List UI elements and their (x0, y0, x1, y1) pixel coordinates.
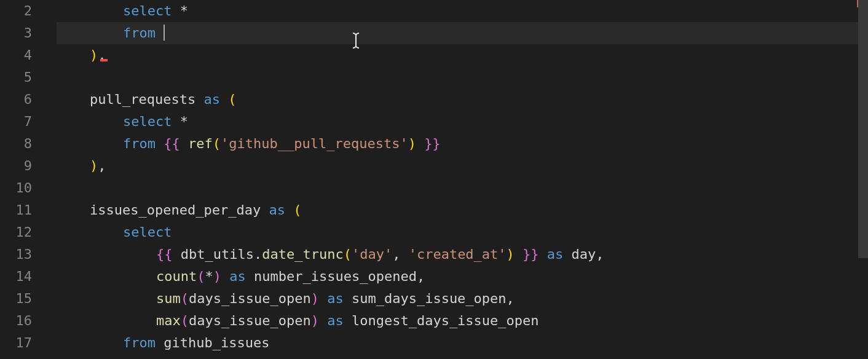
line-number: 2 (0, 0, 44, 22)
open-paren: ( (293, 202, 301, 218)
line-number: 14 (0, 266, 44, 288)
jinja-open: {{ (156, 247, 173, 262)
keyword-as: as (203, 92, 220, 107)
comma: , (596, 247, 604, 262)
line-number-gutter: 2 3 4 5 6 7 8 9 10 11 12 13 14 15 16 17 (0, 0, 44, 359)
code-line[interactable]: {{ dbt_utils.date_trunc('day', 'created_… (57, 243, 868, 266)
keyword-select: select (123, 224, 172, 240)
line-number: 9 (0, 155, 44, 177)
identifier: day (572, 247, 596, 262)
open-paren: ( (228, 92, 236, 107)
string: 'day' (352, 247, 392, 262)
error-squiggle (100, 59, 108, 61)
open-paren: ( (181, 313, 189, 328)
code-line[interactable]: max(days_issue_open) as longest_days_iss… (57, 310, 868, 332)
string: 'github__pull_requests' (221, 136, 408, 151)
code-line[interactable]: issues_opened_per_day as ( (57, 199, 868, 221)
code-line[interactable]: select * (57, 111, 868, 133)
line-number: 10 (0, 177, 44, 199)
keyword-as: as (229, 269, 246, 284)
keyword-from: from (123, 25, 156, 41)
code-editor[interactable]: 2 3 4 5 6 7 8 9 10 11 12 13 14 15 16 17 … (0, 0, 868, 359)
text-cursor (164, 25, 165, 41)
star: * (205, 269, 213, 284)
line-number: 6 (0, 89, 44, 111)
close-paren: ) (507, 247, 515, 262)
comma: , (507, 291, 515, 306)
close-paren: ) (408, 136, 416, 151)
keyword-from: from (123, 136, 156, 151)
code-line[interactable]: from github_issues (57, 332, 868, 354)
open-paren: ( (213, 136, 221, 151)
comma: , (98, 158, 106, 173)
code-line[interactable]: from {{ ref('github__pull_requests') }} (57, 133, 868, 155)
line-number: 7 (0, 111, 44, 133)
fn-max: max (156, 313, 181, 328)
identifier: issues_opened_per_day (90, 202, 261, 218)
code-line[interactable]: ), (57, 155, 868, 177)
identifier: pull_requests (90, 92, 195, 107)
code-line[interactable]: select (57, 221, 868, 243)
open-paren: ( (181, 291, 189, 306)
fn-sum: sum (156, 291, 181, 306)
code-line[interactable] (57, 66, 868, 89)
code-line-current[interactable]: from (57, 22, 868, 44)
open-paren: ( (344, 247, 352, 262)
string: 'created_at' (409, 247, 507, 262)
code-line[interactable]: count(*) as number_issues_opened, (57, 266, 868, 288)
close-paren: ) (90, 158, 98, 173)
identifier: github_issues (164, 335, 269, 350)
fn-date-trunc: date_trunc (262, 247, 343, 262)
open-paren: ( (197, 269, 205, 284)
code-line[interactable]: ), (57, 44, 868, 66)
close-paren: ) (213, 269, 221, 284)
line-number: 13 (0, 243, 44, 266)
line-number: 4 (0, 44, 44, 66)
star: * (180, 3, 188, 18)
code-line[interactable]: select * (57, 0, 868, 22)
fn-count: count (156, 269, 197, 284)
keyword-select: select (123, 114, 172, 129)
comma: , (417, 269, 425, 284)
keyword-as: as (269, 202, 285, 218)
line-number: 3 (0, 22, 44, 44)
line-number: 12 (0, 221, 44, 243)
keyword-as: as (327, 313, 344, 328)
star: * (180, 114, 188, 129)
keyword-from: from (123, 335, 156, 350)
line-number: 16 (0, 310, 44, 332)
code-area[interactable]: select * from ), pull_requests as ( sele… (44, 0, 868, 359)
jinja-close: }} (523, 247, 539, 262)
scrollbar-track[interactable] (858, 0, 868, 359)
identifier: number_issues_opened (254, 269, 417, 284)
code-line[interactable]: pull_requests as ( (57, 89, 868, 111)
close-paren: ) (311, 313, 319, 328)
line-number: 5 (0, 66, 44, 89)
identifier: days_issue_open (189, 291, 311, 306)
overview-ruler-mark (857, 0, 858, 7)
jinja-close: }} (424, 136, 441, 151)
keyword-as: as (547, 247, 564, 262)
line-number: 11 (0, 199, 44, 221)
identifier: dbt_utils (181, 247, 254, 262)
line-number: 15 (0, 288, 44, 310)
close-paren: ) (311, 291, 319, 306)
code-line[interactable] (57, 177, 868, 199)
code-line[interactable]: sum(days_issue_open) as sum_days_issue_o… (57, 288, 868, 310)
keyword-select: select (123, 3, 172, 18)
line-number: 17 (0, 332, 44, 354)
scrollbar-thumb[interactable] (858, 0, 868, 258)
jinja-open: {{ (164, 136, 180, 151)
keyword-as: as (327, 291, 344, 306)
fn-ref: ref (188, 136, 213, 151)
identifier: sum_days_issue_open (352, 291, 507, 306)
close-paren: ) (90, 47, 98, 63)
line-number: 8 (0, 133, 44, 155)
identifier: longest_days_issue_open (352, 313, 539, 328)
identifier: days_issue_open (189, 313, 311, 328)
